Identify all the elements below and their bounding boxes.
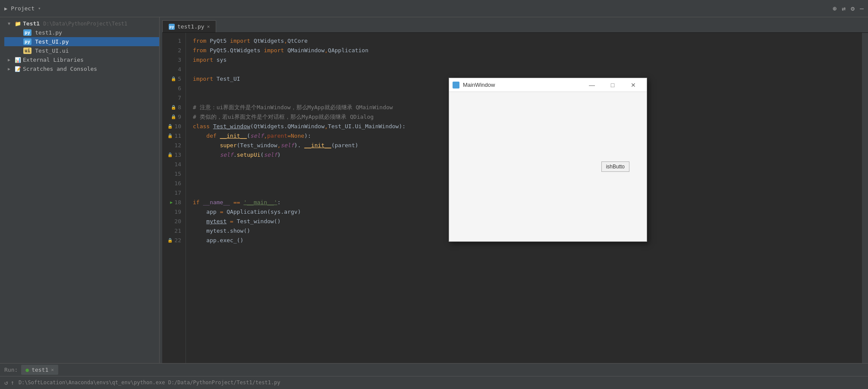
toolbar-project-label: Project — [11, 5, 35, 12]
sidebar-item-test1-py[interactable]: ▶ py test1.py — [4, 28, 159, 37]
floating-push-button[interactable]: ishButto — [601, 161, 629, 172]
scratches-icon: 📝 — [15, 66, 21, 72]
expand-arrow-test1py: ▶ — [16, 30, 22, 35]
library-icon: 📊 — [15, 57, 21, 63]
expand-arrow-extlibs: ▶ — [8, 57, 13, 62]
sidebar-item-test-ui-ui[interactable]: ▶ ui Test_UI.ui — [4, 46, 159, 55]
line-num-22: 🔒22 — [162, 236, 181, 245]
sidebar-item-scratches[interactable]: ▶ 📝 Scratches and Consoles — [4, 64, 159, 73]
gutter-9: 🔒 — [171, 112, 176, 122]
floating-window-content: ishButto — [449, 92, 647, 241]
line-num-11: 🔒11 — [162, 131, 181, 141]
expand-arrow-test1: ▼ — [8, 21, 13, 26]
code-line-2: from PyQt5.QtWidgets import QMainWindow,… — [193, 46, 862, 55]
run-tab-label: test1 — [31, 367, 48, 373]
sidebar-tree: ▼ 📁 Test1 D:\Data\PythonProject\Test1 ▶ … — [4, 17, 159, 363]
line-num-8: 🔒8 — [162, 103, 181, 112]
line-num-1: 1 — [162, 36, 181, 46]
line-num-7: 7 — [162, 93, 181, 103]
gutter-10: 🔒 — [167, 122, 173, 131]
line-num-2: 2 — [162, 46, 181, 55]
expand-arrow-testuiui: ▶ — [16, 48, 22, 53]
line-num-21: 21 — [162, 226, 181, 236]
line-num-9: 🔒9 — [162, 112, 181, 122]
run-label: Run: — [4, 367, 18, 373]
line-num-20: 20 — [162, 217, 181, 226]
gutter-18: ▶ — [167, 198, 173, 207]
line-num-15: 15 — [162, 169, 181, 179]
toolbar-project-icon: ▶ — [4, 6, 7, 12]
tab-close-button[interactable]: ✕ — [207, 24, 210, 29]
run-tab-bar: Run: ● test1 ✕ — [0, 364, 868, 376]
sidebar-label-test1: Test1 — [23, 20, 40, 27]
line-num-13: 🔒13 — [162, 150, 181, 160]
toolbar-globe-icon[interactable]: ⊕ — [833, 5, 837, 13]
vertical-tab — [0, 17, 4, 363]
floating-maximize-button[interactable]: □ — [603, 78, 623, 92]
editor-scrollbar[interactable] — [862, 33, 868, 363]
bottom-bar: Run: ● test1 ✕ ↺ ↑ D:\SoftLocation\Anaco… — [0, 363, 868, 389]
editor-tab-test1py[interactable]: py test1.py ✕ — [162, 20, 216, 32]
expand-arrow-testuipy: ▶ — [16, 39, 22, 44]
line-num-6: 6 — [162, 84, 181, 93]
run-icon: ● — [25, 367, 29, 373]
ui-icon: ui — [23, 47, 31, 54]
sidebar-label-test-ui-ui: Test_UI.ui — [35, 47, 69, 54]
line-num-14: 14 — [162, 160, 181, 169]
line-numbers: 1 2 3 4 🔒5 6 7 🔒8 🔒9 🔒10 🔒11 12 🔒13 14 1… — [162, 33, 186, 363]
toolbar-sync-icon[interactable]: ⇄ — [842, 5, 846, 13]
run-scroll-up-icon[interactable]: ↑ — [10, 379, 14, 386]
line-num-10: 🔒10 — [162, 122, 181, 131]
sidebar-item-test-ui-py[interactable]: ▶ py Test_UI.py — [4, 37, 159, 46]
floating-window-title: MainWindow — [463, 82, 579, 88]
floating-close-button[interactable]: ✕ — [623, 78, 643, 92]
run-restart-icon[interactable]: ↺ — [4, 379, 8, 386]
line-num-3: 3 — [162, 55, 181, 65]
gutter-8: 🔒 — [171, 103, 176, 112]
line-num-16: 16 — [162, 179, 181, 188]
sidebar-item-test1-root[interactable]: ▼ 📁 Test1 D:\Data\PythonProject\Test1 — [4, 19, 159, 28]
code-line-4 — [193, 65, 862, 74]
tab-filename: test1.py — [177, 23, 204, 30]
python-icon-test1py: py — [23, 29, 31, 36]
code-line-1: from PyQt5 import QtWidgets,QtCore — [193, 36, 862, 46]
run-content: ↺ ↑ D:\SoftLocation\Anaconda\envs\qt_env… — [0, 376, 868, 389]
toolbar-settings-icon[interactable]: ⚙ — [851, 5, 855, 13]
line-num-5: 🔒5 — [162, 74, 181, 84]
line-num-17: 17 — [162, 188, 181, 198]
line-num-18: ▶18 — [162, 198, 181, 207]
sidebar-label-external-libs: External Libraries — [23, 57, 84, 63]
sidebar-label-scratches: Scratches and Consoles — [23, 66, 97, 72]
folder-icon: 📁 — [15, 21, 21, 27]
python-icon-testuipy: py — [23, 38, 31, 45]
floating-title-bar: MainWindow — □ ✕ — [449, 78, 647, 92]
run-tab-close[interactable]: ✕ — [51, 367, 54, 373]
main-content: ▼ 📁 Test1 D:\Data\PythonProject\Test1 ▶ … — [0, 17, 868, 363]
line-num-12: 12 — [162, 141, 181, 150]
floating-minimize-button[interactable]: — — [582, 78, 602, 92]
run-arrows: ↺ ↑ — [4, 379, 14, 386]
sidebar-item-external-libs[interactable]: ▶ 📊 External Libraries — [4, 55, 159, 64]
sidebar-label-test-ui-py: Test_UI.py — [35, 38, 69, 45]
gutter-11: 🔒 — [167, 131, 173, 141]
gutter-13: 🔒 — [167, 150, 173, 160]
line-num-4: 4 — [162, 65, 181, 74]
gutter-22: 🔒 — [167, 236, 173, 245]
tab-py-icon: py — [169, 24, 175, 30]
line-num-19: 19 — [162, 207, 181, 217]
floating-window: MainWindow — □ ✕ ishButto — [449, 78, 647, 242]
run-path: D:\SoftLocation\Anaconda\envs\qt_env\pyt… — [19, 380, 280, 386]
run-tab-test1[interactable]: ● test1 ✕ — [21, 365, 58, 375]
sidebar-label-test1-py: test1.py — [35, 29, 62, 36]
toolbar-dropdown-icon[interactable]: ▾ — [38, 6, 41, 11]
sidebar-path-test1: D:\Data\PythonProject\Test1 — [43, 21, 127, 27]
floating-window-icon — [453, 82, 459, 89]
floating-window-controls: — □ ✕ — [582, 78, 643, 92]
gutter-5: 🔒 — [171, 74, 176, 84]
toolbar: ▶ Project ▾ ⊕ ⇄ ⚙ — — [0, 0, 868, 17]
toolbar-icons: ⊕ ⇄ ⚙ — — [833, 5, 864, 13]
tab-bar: py test1.py ✕ — [162, 17, 868, 33]
toolbar-minimize-icon[interactable]: — — [860, 5, 864, 13]
sidebar: ▼ 📁 Test1 D:\Data\PythonProject\Test1 ▶ … — [4, 17, 160, 363]
code-line-3: import sys — [193, 55, 862, 65]
